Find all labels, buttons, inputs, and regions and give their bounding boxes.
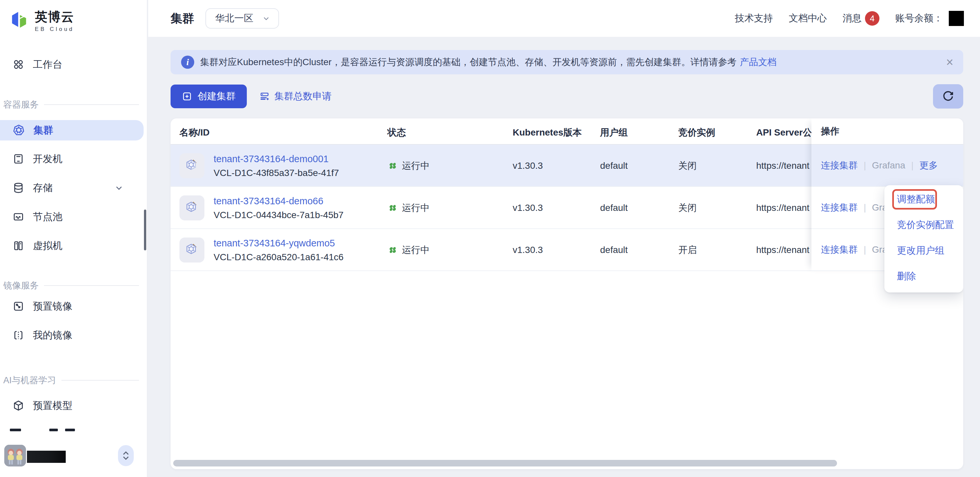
updown-chevrons-icon [121,450,131,461]
region-select[interactable]: 华北一区 [205,8,279,29]
cluster-name-link[interactable]: tenant-37343164-demo66 [214,196,344,207]
spot-state: 开启 [678,229,697,271]
account-balance: 账号余额： [895,11,964,26]
balance-redacted [949,11,964,26]
cluster-id: VCL-D1C-a260a520-1a61-41c6 [214,252,344,263]
refresh-icon [941,89,955,103]
spot-state: 关闭 [678,187,697,229]
banner-close-icon[interactable]: × [946,56,953,69]
brand-name: 英博云 [35,8,74,26]
workbench-label: 工作台 [33,58,62,72]
brand-logo: 英博云 EB Cloud [0,0,147,33]
chevron-down-icon [262,14,270,23]
nodepool-icon [13,211,24,223]
cluster-quota-request-link[interactable]: 集群总数申请 [259,90,332,103]
more-actions-menu: 调整配额 竞价实例配置 更改用户组 删除 [885,185,963,292]
vm-icon [13,240,24,252]
col-api: API Server公网 [756,126,813,139]
top-header: 集群 华北一区 技术支持 文档中心 消息 4 账号余额： [148,0,980,38]
avatar[interactable] [4,445,26,466]
connect-cluster-link[interactable]: 连接集群 [821,159,858,172]
status-text: 运行中 [402,202,430,214]
kubernetes-icon [13,124,25,137]
cluster-icon [180,153,204,178]
menu-item-delete[interactable]: 删除 [885,263,963,289]
devmachine-label: 开发机 [33,152,62,166]
workbench-icon [13,59,24,70]
banner-text: 集群对应Kubernetes中的Cluster，是容器运行与资源调度的基础，创建… [200,56,737,69]
support-link[interactable]: 技术支持 [735,12,773,25]
status-text: 运行中 [402,244,430,256]
sidebar-item-vm[interactable]: 虚拟机 [0,236,144,256]
region-value: 华北一区 [215,12,253,25]
col-group: 用户组 [600,126,628,139]
k8s-version: v1.30.3 [513,187,543,229]
message-count-badge: 4 [865,11,880,26]
menu-item-adjust-quota[interactable]: 调整配额 [885,187,963,212]
sidebar-section-image: 镜像服务 [3,280,144,292]
messages-link[interactable]: 消息 4 [843,11,880,26]
storage-label: 存储 [33,181,52,195]
col-spot: 竞价实例 [678,126,715,139]
k8s-version: v1.30.3 [513,229,543,271]
sidebar-item-nodepool[interactable]: 节点池 [0,207,144,227]
spot-state: 关闭 [678,145,697,187]
grafana-link-disabled: Grafana [872,160,905,171]
connect-cluster-link[interactable]: 连接集群 [821,201,858,214]
k8s-version: v1.30.3 [513,145,543,187]
menu-item-change-group[interactable]: 更改用户组 [885,238,963,263]
username-redacted [27,451,66,463]
col-actions: 操作 [811,118,963,145]
cluster-id: VCL-D1C-04434bce-7a1b-45b7 [214,210,344,220]
refresh-button[interactable] [933,84,963,108]
info-banner: i 集群对应Kubernetes中的Cluster，是容器运行与资源调度的基础，… [170,50,963,74]
cluster-id: VCL-D1C-43f85a37-ba5e-41f7 [214,168,339,178]
sidebar-item-devmachine[interactable]: 开发机 [0,149,144,169]
connect-cluster-link[interactable]: 连接集群 [821,243,858,256]
cluster-name-link[interactable]: tenant-37343164-yqwdemo5 [214,238,344,249]
user-bar [0,445,148,468]
create-cluster-button[interactable]: 创建集群 [170,85,247,108]
sidebar-scrollbar[interactable] [144,209,146,250]
sidebar: 英博云 EB Cloud 工作台 容器服务 集群 开发机 存储 [0,0,148,477]
status-running-icon [387,245,398,255]
product-docs-link[interactable]: 产品文档 [740,56,776,69]
status-text: 运行中 [402,160,430,172]
plus-square-icon [182,91,192,102]
preset-models-label: 预置模型 [33,399,72,413]
sidebar-item-cluster[interactable]: 集群 [0,120,144,140]
vm-label: 虚拟机 [33,239,62,253]
my-images-label: 我的镜像 [33,329,72,342]
account-switch-button[interactable] [118,445,134,466]
sidebar-section-container: 容器服务 [3,99,144,110]
sidebar-item-storage[interactable]: 存储 [0,178,144,198]
avatar-image [4,445,26,466]
row-actions: 连接集群 | Grafana | 更多 [811,145,963,187]
sidebar-item-clipped [10,429,82,433]
model-cube-icon [13,400,24,412]
more-link[interactable]: 更多 [920,159,938,172]
nodepool-label: 节点池 [33,210,62,224]
my-image-icon [13,329,24,341]
user-group: default [600,145,628,187]
sidebar-item-my-images[interactable]: 我的镜像 [0,325,144,345]
horizontal-scrollbar[interactable] [173,460,837,466]
server-plus-icon [259,91,270,102]
preset-image-icon [13,300,24,312]
brand-subtitle: EB Cloud [35,26,74,33]
chevron-down-icon[interactable] [114,183,124,193]
docs-link[interactable]: 文档中心 [789,12,827,25]
brand-cube-icon [8,10,30,31]
sidebar-item-preset-images[interactable]: 预置镜像 [0,296,144,316]
info-icon: i [181,56,194,69]
main-content: i 集群对应Kubernetes中的Cluster，是容器运行与资源调度的基础，… [148,38,980,477]
menu-item-spot-config[interactable]: 竞价实例配置 [885,212,963,238]
cluster-name-link[interactable]: tenant-37343164-demo001 [214,154,339,164]
sidebar-item-preset-models[interactable]: 预置模型 [0,396,144,416]
cluster-table-card: 名称/ID 状态 Kubernetes版本 用户组 竞价实例 API Serve… [170,118,963,469]
devmachine-icon [13,153,24,165]
sidebar-item-workbench[interactable]: 工作台 [0,54,144,75]
sidebar-section-ai: AI与机器学习 [3,374,144,386]
cluster-label: 集群 [33,124,53,137]
cluster-icon [180,195,204,220]
